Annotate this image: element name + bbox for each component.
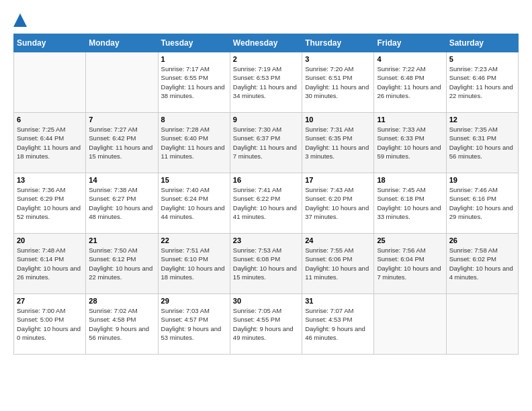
calendar-cell bbox=[86, 52, 158, 113]
calendar-cell: 20Sunrise: 7:48 AM Sunset: 6:14 PM Dayli… bbox=[14, 234, 86, 294]
calendar-cell: 17Sunrise: 7:43 AM Sunset: 6:20 PM Dayli… bbox=[302, 173, 374, 234]
calendar-cell bbox=[446, 294, 518, 355]
calendar-table: SundayMondayTuesdayWednesdayThursdayFrid… bbox=[13, 34, 519, 355]
day-number: 30 bbox=[233, 297, 299, 305]
day-number: 3 bbox=[305, 55, 371, 63]
weekday-header: Thursday bbox=[302, 34, 374, 52]
day-info: Sunrise: 7:05 AM Sunset: 4:55 PM Dayligh… bbox=[233, 306, 299, 342]
weekday-header: Monday bbox=[86, 34, 158, 52]
day-info: Sunrise: 7:03 AM Sunset: 4:57 PM Dayligh… bbox=[161, 306, 227, 342]
day-number: 5 bbox=[449, 55, 515, 63]
calendar-cell: 21Sunrise: 7:50 AM Sunset: 6:12 PM Dayli… bbox=[86, 234, 158, 294]
day-info: Sunrise: 7:30 AM Sunset: 6:37 PM Dayligh… bbox=[233, 125, 299, 161]
calendar-cell: 12Sunrise: 7:35 AM Sunset: 6:31 PM Dayli… bbox=[446, 113, 518, 173]
weekday-header: Tuesday bbox=[158, 34, 230, 52]
calendar-cell: 26Sunrise: 7:58 AM Sunset: 6:02 PM Dayli… bbox=[446, 234, 518, 294]
day-info: Sunrise: 7:28 AM Sunset: 6:40 PM Dayligh… bbox=[161, 125, 227, 161]
logo bbox=[13, 13, 31, 27]
calendar-cell: 6Sunrise: 7:25 AM Sunset: 6:44 PM Daylig… bbox=[14, 113, 86, 173]
calendar-cell: 24Sunrise: 7:55 AM Sunset: 6:06 PM Dayli… bbox=[302, 234, 374, 294]
day-number: 10 bbox=[305, 116, 371, 124]
day-number: 6 bbox=[17, 116, 83, 124]
day-info: Sunrise: 7:48 AM Sunset: 6:14 PM Dayligh… bbox=[17, 246, 83, 281]
day-info: Sunrise: 7:19 AM Sunset: 6:53 PM Dayligh… bbox=[233, 64, 299, 100]
day-info: Sunrise: 7:51 AM Sunset: 6:10 PM Dayligh… bbox=[161, 246, 227, 281]
day-number: 21 bbox=[89, 236, 154, 244]
calendar-body: 1Sunrise: 7:17 AM Sunset: 6:55 PM Daylig… bbox=[14, 52, 519, 355]
calendar-cell: 11Sunrise: 7:33 AM Sunset: 6:33 PM Dayli… bbox=[374, 113, 446, 173]
day-number: 27 bbox=[17, 297, 83, 305]
calendar-cell: 14Sunrise: 7:38 AM Sunset: 6:27 PM Dayli… bbox=[86, 173, 158, 234]
calendar-cell: 18Sunrise: 7:45 AM Sunset: 6:18 PM Dayli… bbox=[374, 173, 446, 234]
day-info: Sunrise: 7:00 AM Sunset: 5:00 PM Dayligh… bbox=[17, 306, 83, 342]
day-number: 29 bbox=[161, 297, 227, 305]
day-number: 26 bbox=[449, 236, 515, 244]
calendar-cell: 30Sunrise: 7:05 AM Sunset: 4:55 PM Dayli… bbox=[230, 294, 302, 355]
logo-icon bbox=[13, 13, 27, 27]
day-info: Sunrise: 7:17 AM Sunset: 6:55 PM Dayligh… bbox=[161, 64, 227, 100]
day-info: Sunrise: 7:35 AM Sunset: 6:31 PM Dayligh… bbox=[449, 125, 515, 161]
day-info: Sunrise: 7:41 AM Sunset: 6:22 PM Dayligh… bbox=[233, 185, 299, 221]
day-number: 20 bbox=[17, 236, 83, 244]
day-number: 25 bbox=[377, 236, 443, 244]
day-info: Sunrise: 7:46 AM Sunset: 6:16 PM Dayligh… bbox=[449, 185, 515, 221]
calendar-cell: 22Sunrise: 7:51 AM Sunset: 6:10 PM Dayli… bbox=[158, 234, 230, 294]
weekday-header: Sunday bbox=[14, 34, 86, 52]
calendar-cell: 25Sunrise: 7:56 AM Sunset: 6:04 PM Dayli… bbox=[374, 234, 446, 294]
calendar-cell bbox=[374, 294, 446, 355]
day-info: Sunrise: 7:33 AM Sunset: 6:33 PM Dayligh… bbox=[377, 125, 443, 161]
day-number: 8 bbox=[161, 116, 227, 124]
calendar-cell bbox=[14, 52, 86, 113]
day-number: 13 bbox=[17, 176, 83, 184]
calendar-cell: 2Sunrise: 7:19 AM Sunset: 6:53 PM Daylig… bbox=[230, 52, 302, 113]
day-number: 31 bbox=[305, 297, 371, 305]
day-number: 22 bbox=[161, 236, 227, 244]
calendar-cell: 16Sunrise: 7:41 AM Sunset: 6:22 PM Dayli… bbox=[230, 173, 302, 234]
calendar-cell: 31Sunrise: 7:07 AM Sunset: 4:53 PM Dayli… bbox=[302, 294, 374, 355]
day-info: Sunrise: 7:38 AM Sunset: 6:27 PM Dayligh… bbox=[89, 185, 154, 221]
calendar-cell: 7Sunrise: 7:27 AM Sunset: 6:42 PM Daylig… bbox=[86, 113, 158, 173]
day-number: 4 bbox=[377, 55, 443, 63]
day-number: 15 bbox=[161, 176, 227, 184]
day-number: 7 bbox=[89, 116, 154, 124]
calendar-cell: 4Sunrise: 7:22 AM Sunset: 6:48 PM Daylig… bbox=[374, 52, 446, 113]
day-number: 17 bbox=[305, 176, 371, 184]
day-number: 23 bbox=[233, 236, 299, 244]
calendar-week-row: 1Sunrise: 7:17 AM Sunset: 6:55 PM Daylig… bbox=[14, 52, 519, 113]
calendar-header: SundayMondayTuesdayWednesdayThursdayFrid… bbox=[14, 34, 519, 52]
day-info: Sunrise: 7:50 AM Sunset: 6:12 PM Dayligh… bbox=[89, 246, 154, 281]
day-number: 19 bbox=[449, 176, 515, 184]
day-number: 28 bbox=[89, 297, 154, 305]
day-info: Sunrise: 7:40 AM Sunset: 6:24 PM Dayligh… bbox=[161, 185, 227, 221]
day-number: 2 bbox=[233, 55, 299, 63]
day-info: Sunrise: 7:25 AM Sunset: 6:44 PM Dayligh… bbox=[17, 125, 83, 161]
calendar-cell: 8Sunrise: 7:28 AM Sunset: 6:40 PM Daylig… bbox=[158, 113, 230, 173]
weekday-header: Wednesday bbox=[230, 34, 302, 52]
calendar-week-row: 20Sunrise: 7:48 AM Sunset: 6:14 PM Dayli… bbox=[14, 234, 519, 294]
day-info: Sunrise: 7:53 AM Sunset: 6:08 PM Dayligh… bbox=[233, 246, 299, 281]
day-info: Sunrise: 7:27 AM Sunset: 6:42 PM Dayligh… bbox=[89, 125, 154, 161]
day-info: Sunrise: 7:07 AM Sunset: 4:53 PM Dayligh… bbox=[305, 306, 371, 342]
calendar-cell: 1Sunrise: 7:17 AM Sunset: 6:55 PM Daylig… bbox=[158, 52, 230, 113]
day-number: 12 bbox=[449, 116, 515, 124]
day-number: 14 bbox=[89, 176, 154, 184]
calendar-cell: 19Sunrise: 7:46 AM Sunset: 6:16 PM Dayli… bbox=[446, 173, 518, 234]
day-info: Sunrise: 7:22 AM Sunset: 6:48 PM Dayligh… bbox=[377, 64, 443, 100]
calendar-cell: 13Sunrise: 7:36 AM Sunset: 6:29 PM Dayli… bbox=[14, 173, 86, 234]
day-number: 16 bbox=[233, 176, 299, 184]
calendar-cell: 15Sunrise: 7:40 AM Sunset: 6:24 PM Dayli… bbox=[158, 173, 230, 234]
calendar-cell: 23Sunrise: 7:53 AM Sunset: 6:08 PM Dayli… bbox=[230, 234, 302, 294]
day-info: Sunrise: 7:02 AM Sunset: 4:58 PM Dayligh… bbox=[89, 306, 154, 342]
day-number: 11 bbox=[377, 116, 443, 124]
day-number: 18 bbox=[377, 176, 443, 184]
calendar-week-row: 6Sunrise: 7:25 AM Sunset: 6:44 PM Daylig… bbox=[14, 113, 519, 173]
calendar-cell: 10Sunrise: 7:31 AM Sunset: 6:35 PM Dayli… bbox=[302, 113, 374, 173]
weekday-header: Friday bbox=[374, 34, 446, 52]
day-number: 9 bbox=[233, 116, 299, 124]
weekday-header: Saturday bbox=[446, 34, 518, 52]
day-info: Sunrise: 7:55 AM Sunset: 6:06 PM Dayligh… bbox=[305, 246, 371, 281]
day-info: Sunrise: 7:58 AM Sunset: 6:02 PM Dayligh… bbox=[449, 246, 515, 281]
calendar-cell: 28Sunrise: 7:02 AM Sunset: 4:58 PM Dayli… bbox=[86, 294, 158, 355]
day-number: 24 bbox=[305, 236, 371, 244]
day-info: Sunrise: 7:31 AM Sunset: 6:35 PM Dayligh… bbox=[305, 125, 371, 161]
